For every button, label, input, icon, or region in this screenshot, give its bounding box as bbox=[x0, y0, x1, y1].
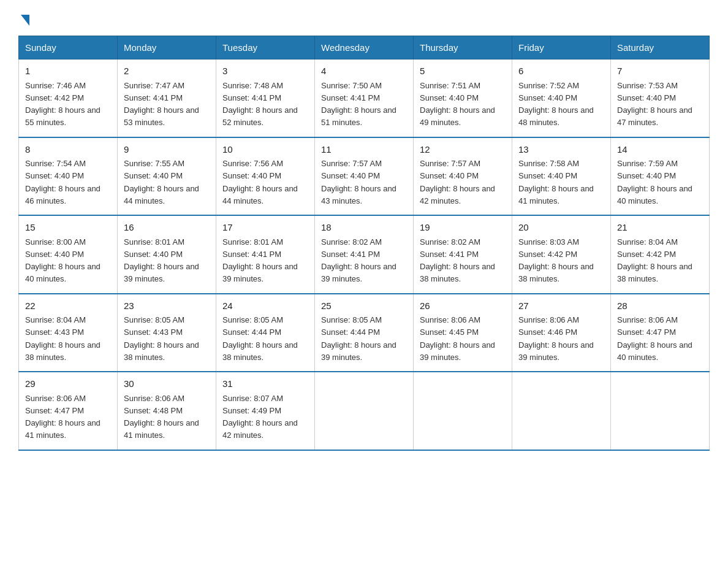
day-number: 31 bbox=[222, 377, 308, 391]
day-info: Sunrise: 8:02 AMSunset: 4:41 PMDaylight:… bbox=[420, 237, 495, 284]
day-info: Sunrise: 8:01 AMSunset: 4:41 PMDaylight:… bbox=[222, 237, 298, 284]
day-info: Sunrise: 7:57 AMSunset: 4:40 PMDaylight:… bbox=[420, 159, 495, 205]
day-info: Sunrise: 8:06 AMSunset: 4:47 PMDaylight:… bbox=[617, 315, 692, 362]
day-info: Sunrise: 7:47 AMSunset: 4:41 PMDaylight:… bbox=[124, 81, 199, 128]
day-info: Sunrise: 8:05 AMSunset: 4:44 PMDaylight:… bbox=[222, 315, 298, 362]
day-number: 20 bbox=[518, 221, 604, 235]
table-row: 24Sunrise: 8:05 AMSunset: 4:44 PMDayligh… bbox=[216, 294, 315, 372]
day-info: Sunrise: 7:52 AMSunset: 4:40 PMDaylight:… bbox=[518, 81, 594, 128]
table-row: 5Sunrise: 7:51 AMSunset: 4:40 PMDaylight… bbox=[414, 59, 512, 137]
day-number: 19 bbox=[420, 221, 506, 235]
day-info: Sunrise: 8:06 AMSunset: 4:47 PMDaylight:… bbox=[25, 394, 100, 440]
logo-arrow-icon bbox=[21, 15, 29, 26]
day-info: Sunrise: 8:04 AMSunset: 4:43 PMDaylight:… bbox=[25, 315, 100, 362]
day-info: Sunrise: 8:05 AMSunset: 4:44 PMDaylight:… bbox=[321, 315, 396, 362]
table-row: 3Sunrise: 7:48 AMSunset: 4:41 PMDaylight… bbox=[216, 59, 315, 137]
page-header bbox=[18, 12, 710, 23]
table-row: 14Sunrise: 7:59 AMSunset: 4:40 PMDayligh… bbox=[611, 137, 710, 216]
table-row: 23Sunrise: 8:05 AMSunset: 4:43 PMDayligh… bbox=[118, 294, 216, 372]
table-row: 6Sunrise: 7:52 AMSunset: 4:40 PMDaylight… bbox=[512, 59, 611, 137]
day-number: 23 bbox=[124, 299, 210, 313]
table-row bbox=[611, 372, 710, 450]
table-row: 29Sunrise: 8:06 AMSunset: 4:47 PMDayligh… bbox=[19, 372, 118, 450]
week-row-4: 22Sunrise: 8:04 AMSunset: 4:43 PMDayligh… bbox=[19, 294, 710, 372]
day-info: Sunrise: 8:02 AMSunset: 4:41 PMDaylight:… bbox=[321, 237, 396, 284]
table-row: 19Sunrise: 8:02 AMSunset: 4:41 PMDayligh… bbox=[414, 215, 512, 294]
day-info: Sunrise: 7:54 AMSunset: 4:40 PMDaylight:… bbox=[25, 159, 100, 205]
day-info: Sunrise: 7:48 AMSunset: 4:41 PMDaylight:… bbox=[222, 81, 298, 128]
header-tuesday: Tuesday bbox=[216, 36, 315, 59]
table-row: 7Sunrise: 7:53 AMSunset: 4:40 PMDaylight… bbox=[611, 59, 710, 137]
table-row: 12Sunrise: 7:57 AMSunset: 4:40 PMDayligh… bbox=[414, 137, 512, 216]
day-number: 30 bbox=[124, 377, 210, 391]
table-row: 27Sunrise: 8:06 AMSunset: 4:46 PMDayligh… bbox=[512, 294, 611, 372]
table-row bbox=[414, 372, 512, 450]
day-number: 2 bbox=[124, 64, 210, 79]
table-row bbox=[512, 372, 611, 450]
day-info: Sunrise: 7:51 AMSunset: 4:40 PMDaylight:… bbox=[420, 81, 495, 128]
day-info: Sunrise: 8:01 AMSunset: 4:40 PMDaylight:… bbox=[124, 237, 199, 284]
table-row: 30Sunrise: 8:06 AMSunset: 4:48 PMDayligh… bbox=[118, 372, 216, 450]
day-number: 5 bbox=[420, 64, 506, 79]
table-row: 31Sunrise: 8:07 AMSunset: 4:49 PMDayligh… bbox=[216, 372, 315, 450]
day-info: Sunrise: 7:50 AMSunset: 4:41 PMDaylight:… bbox=[321, 81, 396, 128]
day-number: 18 bbox=[321, 221, 407, 235]
day-info: Sunrise: 7:46 AMSunset: 4:42 PMDaylight:… bbox=[25, 81, 100, 128]
table-row: 9Sunrise: 7:55 AMSunset: 4:40 PMDaylight… bbox=[118, 137, 216, 216]
day-info: Sunrise: 8:06 AMSunset: 4:46 PMDaylight:… bbox=[518, 315, 594, 362]
header-friday: Friday bbox=[512, 36, 611, 59]
table-row: 22Sunrise: 8:04 AMSunset: 4:43 PMDayligh… bbox=[19, 294, 118, 372]
day-info: Sunrise: 8:05 AMSunset: 4:43 PMDaylight:… bbox=[124, 315, 199, 362]
table-row: 26Sunrise: 8:06 AMSunset: 4:45 PMDayligh… bbox=[414, 294, 512, 372]
table-row bbox=[315, 372, 414, 450]
day-number: 29 bbox=[25, 377, 111, 391]
table-row: 18Sunrise: 8:02 AMSunset: 4:41 PMDayligh… bbox=[315, 215, 414, 294]
day-number: 26 bbox=[420, 299, 506, 313]
table-row: 1Sunrise: 7:46 AMSunset: 4:42 PMDaylight… bbox=[19, 59, 118, 137]
table-row: 8Sunrise: 7:54 AMSunset: 4:40 PMDaylight… bbox=[19, 137, 118, 216]
day-number: 4 bbox=[321, 64, 407, 79]
header-thursday: Thursday bbox=[414, 36, 512, 59]
day-info: Sunrise: 8:00 AMSunset: 4:40 PMDaylight:… bbox=[25, 237, 100, 284]
day-info: Sunrise: 8:07 AMSunset: 4:49 PMDaylight:… bbox=[222, 394, 298, 440]
table-row: 28Sunrise: 8:06 AMSunset: 4:47 PMDayligh… bbox=[611, 294, 710, 372]
day-number: 14 bbox=[617, 143, 703, 157]
header-wednesday: Wednesday bbox=[315, 36, 414, 59]
day-info: Sunrise: 8:06 AMSunset: 4:48 PMDaylight:… bbox=[124, 394, 199, 440]
table-row: 20Sunrise: 8:03 AMSunset: 4:42 PMDayligh… bbox=[512, 215, 611, 294]
day-number: 9 bbox=[124, 143, 210, 157]
day-info: Sunrise: 8:06 AMSunset: 4:45 PMDaylight:… bbox=[420, 315, 495, 362]
day-info: Sunrise: 7:57 AMSunset: 4:40 PMDaylight:… bbox=[321, 159, 396, 205]
day-number: 8 bbox=[25, 143, 111, 157]
day-info: Sunrise: 8:04 AMSunset: 4:42 PMDaylight:… bbox=[617, 237, 692, 284]
day-number: 28 bbox=[617, 299, 703, 313]
day-number: 3 bbox=[222, 64, 308, 79]
logo-general-text bbox=[18, 12, 29, 26]
table-row: 17Sunrise: 8:01 AMSunset: 4:41 PMDayligh… bbox=[216, 215, 315, 294]
week-row-5: 29Sunrise: 8:06 AMSunset: 4:47 PMDayligh… bbox=[19, 372, 710, 450]
day-info: Sunrise: 7:56 AMSunset: 4:40 PMDaylight:… bbox=[222, 159, 298, 205]
day-info: Sunrise: 8:03 AMSunset: 4:42 PMDaylight:… bbox=[518, 237, 594, 284]
day-number: 11 bbox=[321, 143, 407, 157]
day-number: 1 bbox=[25, 64, 111, 79]
day-number: 24 bbox=[222, 299, 308, 313]
day-info: Sunrise: 7:59 AMSunset: 4:40 PMDaylight:… bbox=[617, 159, 692, 205]
table-row: 13Sunrise: 7:58 AMSunset: 4:40 PMDayligh… bbox=[512, 137, 611, 216]
day-number: 21 bbox=[617, 221, 703, 235]
table-row: 2Sunrise: 7:47 AMSunset: 4:41 PMDaylight… bbox=[118, 59, 216, 137]
week-row-3: 15Sunrise: 8:00 AMSunset: 4:40 PMDayligh… bbox=[19, 215, 710, 294]
header-monday: Monday bbox=[118, 36, 216, 59]
calendar-table: Sunday Monday Tuesday Wednesday Thursday… bbox=[18, 36, 710, 451]
table-row: 4Sunrise: 7:50 AMSunset: 4:41 PMDaylight… bbox=[315, 59, 414, 137]
day-info: Sunrise: 7:53 AMSunset: 4:40 PMDaylight:… bbox=[617, 81, 692, 128]
logo bbox=[18, 12, 29, 23]
day-info: Sunrise: 7:58 AMSunset: 4:40 PMDaylight:… bbox=[518, 159, 594, 205]
day-number: 22 bbox=[25, 299, 111, 313]
week-row-1: 1Sunrise: 7:46 AMSunset: 4:42 PMDaylight… bbox=[19, 59, 710, 137]
table-row: 10Sunrise: 7:56 AMSunset: 4:40 PMDayligh… bbox=[216, 137, 315, 216]
table-row: 21Sunrise: 8:04 AMSunset: 4:42 PMDayligh… bbox=[611, 215, 710, 294]
day-number: 10 bbox=[222, 143, 308, 157]
week-row-2: 8Sunrise: 7:54 AMSunset: 4:40 PMDaylight… bbox=[19, 137, 710, 216]
day-number: 16 bbox=[124, 221, 210, 235]
day-info: Sunrise: 7:55 AMSunset: 4:40 PMDaylight:… bbox=[124, 159, 199, 205]
